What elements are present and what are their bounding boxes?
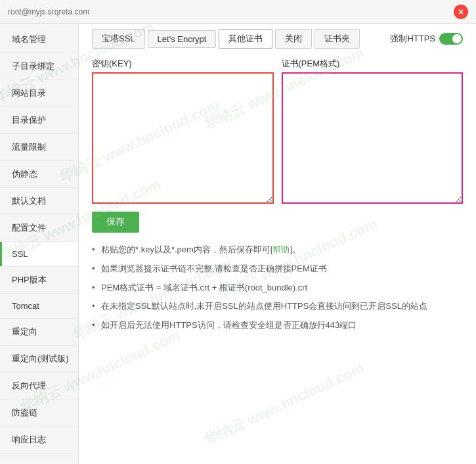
- sidebar-item-redirect-test[interactable]: 重定向(测试版): [0, 346, 78, 373]
- top-bar: root@myjs.srqreta.com ×: [0, 0, 476, 24]
- main-content: 宝塔SSL Let's Encrypt 其他证书 关闭 证书夹 强制HTTPS …: [79, 0, 476, 464]
- sidebar-item-label: 目录保护: [12, 115, 46, 125]
- sidebar-item-ssl[interactable]: SSL: [0, 242, 78, 267]
- force-https-toggle[interactable]: [439, 33, 463, 45]
- tab-bar: 宝塔SSL Let's Encrypt 其他证书 关闭 证书夹 强制HTTPS: [92, 29, 463, 49]
- info-list: 粘贴您的*.key以及*.pem内容，然后保存即可[帮助]。 如果浏览器提示证书…: [92, 243, 463, 333]
- tab-other-cert[interactable]: 其他证书: [219, 29, 272, 49]
- top-bar-text: root@myjs.srqreta.com: [8, 7, 454, 16]
- tab-baota-ssl[interactable]: 宝塔SSL: [92, 29, 145, 49]
- sidebar-item-subdir[interactable]: 子目录绑定: [0, 53, 78, 80]
- sidebar-item-label: SSL: [12, 249, 28, 259]
- list-item: 粘贴您的*.key以及*.pem内容，然后保存即可[帮助]。: [92, 243, 463, 257]
- sidebar-item-tomcat[interactable]: Tomcat: [0, 294, 78, 319]
- sidebar-item-response-log[interactable]: 响应日志: [0, 427, 78, 453]
- sidebar-item-webdir[interactable]: 网站目录: [0, 80, 78, 107]
- sidebar-item-rewrite[interactable]: 伪静态: [0, 161, 78, 188]
- tab-close[interactable]: 关闭: [275, 29, 312, 49]
- sidebar-item-label: 重定向(测试版): [12, 354, 69, 363]
- sidebar-item-label: 防盗链: [12, 407, 37, 417]
- sidebar-item-label: 响应日志: [12, 434, 46, 444]
- close-button[interactable]: ×: [454, 5, 468, 19]
- sidebar-item-defaultdoc[interactable]: 默认文档: [0, 188, 78, 215]
- sidebar-item-redirect[interactable]: 重定向: [0, 319, 78, 346]
- sidebar-item-label: 域名管理: [12, 34, 46, 44]
- key-label: 密钥(KEY): [92, 58, 274, 70]
- cert-label: 证书(PEM格式): [282, 58, 464, 70]
- key-input[interactable]: [92, 72, 274, 204]
- sidebar-item-traffic[interactable]: 流量限制: [0, 134, 78, 161]
- list-item: 在未指定SSL默认站点时,未开启SSL的站点使用HTTPS会直接访问到已开启SS…: [92, 300, 463, 313]
- sidebar-item-label: 子目录绑定: [12, 61, 54, 71]
- sidebar-item-reverse-proxy[interactable]: 反向代理: [0, 373, 78, 400]
- sidebar-item-label: 反向代理: [12, 381, 46, 390]
- force-https-label: 强制HTTPS: [390, 33, 435, 45]
- sidebar-item-hotlink[interactable]: 防盗链: [0, 400, 78, 427]
- modal: 华纳云 www.hncloud.com 华纳云 www.hncloud.com …: [0, 0, 476, 464]
- tab-lets-encrypt[interactable]: Let's Encrypt: [148, 30, 217, 48]
- sidebar-item-dirprotect[interactable]: 目录保护: [0, 107, 78, 134]
- help-link[interactable]: 帮助: [272, 244, 290, 254]
- textareas-row: 密钥(KEY) 证书(PEM格式): [92, 58, 463, 204]
- sidebar-item-label: 流量限制: [12, 142, 46, 152]
- sidebar-item-php[interactable]: PHP版本: [0, 267, 78, 294]
- sidebar-item-label: Tomcat: [12, 301, 39, 311]
- active-indicator: [0, 242, 2, 266]
- sidebar-item-label: PHP版本: [12, 275, 47, 285]
- key-group: 密钥(KEY): [92, 58, 274, 204]
- sidebar-item-label: 网站目录: [12, 88, 46, 98]
- list-item: PEM格式证书 = 域名证书.crt + 根证书(root_bundle).cr…: [92, 281, 463, 295]
- sidebar-item-label: 配置文件: [12, 223, 46, 233]
- tab-cert-folder[interactable]: 证书夹: [314, 29, 360, 49]
- force-https-toggle-group: 强制HTTPS: [390, 33, 463, 45]
- list-item: 如开启后无法使用HTTPS访问，请检查安全组是否正确放行443端口: [92, 319, 463, 333]
- cert-group: 证书(PEM格式): [282, 58, 464, 204]
- sidebar-item-label: 重定向: [12, 327, 37, 336]
- cert-input[interactable]: [282, 72, 464, 204]
- sidebar-item-domain[interactable]: 域名管理: [0, 26, 78, 53]
- sidebar: 域名管理 子目录绑定 网站目录 目录保护 流量限制 伪静态 默认文档 配置文件: [0, 0, 79, 464]
- list-item: 如果浏览器提示证书链不完整,请检查是否正确拼接PEM证书: [92, 262, 463, 276]
- sidebar-item-config[interactable]: 配置文件: [0, 215, 78, 242]
- save-button[interactable]: 保存: [92, 212, 139, 233]
- sidebar-item-label: 默认文档: [12, 196, 46, 206]
- sidebar-item-label: 伪静态: [12, 169, 37, 179]
